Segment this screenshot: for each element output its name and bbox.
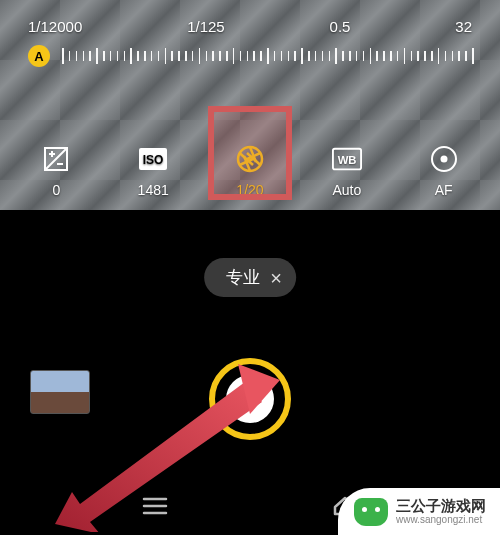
scale-label: 0.5 xyxy=(330,18,351,35)
camera-controls-area: 专业 × xyxy=(0,210,500,535)
white-balance-icon: WB xyxy=(332,144,362,174)
shutter-scale-labels: 1/12000 1/125 0.5 32 xyxy=(0,0,500,35)
param-focus[interactable]: AF xyxy=(407,144,481,198)
param-iso[interactable]: ISO 1481 xyxy=(116,144,190,198)
iso-icon: ISO xyxy=(138,144,168,174)
mode-label: 专业 xyxy=(226,266,260,289)
svg-text:WB: WB xyxy=(337,154,356,166)
param-value: Auto xyxy=(332,182,361,198)
param-value: 0 xyxy=(52,182,60,198)
hamburger-icon xyxy=(142,496,168,516)
svg-line-1 xyxy=(45,148,67,170)
pro-params-bar: 0 ISO 1481 1/20 WB Auto AF xyxy=(0,144,500,198)
close-icon[interactable]: × xyxy=(270,268,282,288)
camera-viewfinder: 1/12000 1/125 0.5 32 A 0 ISO 1481 1/20 xyxy=(0,0,500,210)
svg-text:ISO: ISO xyxy=(143,153,164,167)
param-value: 1481 xyxy=(138,182,169,198)
param-white-balance[interactable]: WB Auto xyxy=(310,144,384,198)
watermark: 三公子游戏网 www.sangongzi.net xyxy=(338,488,500,536)
aperture-icon xyxy=(235,144,265,174)
scale-label: 1/125 xyxy=(187,18,225,35)
watermark-logo-icon xyxy=(354,498,388,526)
shutter-button[interactable] xyxy=(209,358,291,440)
param-value: AF xyxy=(435,182,453,198)
exposure-comp-icon xyxy=(41,144,71,174)
shutter-ruler-row: A xyxy=(0,35,500,67)
param-value: 1/20 xyxy=(236,182,263,198)
auto-badge[interactable]: A xyxy=(28,45,50,67)
svg-point-11 xyxy=(440,156,447,163)
scale-label: 1/12000 xyxy=(28,18,82,35)
param-exposure-comp[interactable]: 0 xyxy=(19,144,93,198)
gallery-thumbnail[interactable] xyxy=(30,370,90,414)
nav-menu-button[interactable] xyxy=(137,491,173,521)
mode-pill[interactable]: 专业 × xyxy=(204,258,296,297)
focus-icon xyxy=(429,144,459,174)
watermark-title: 三公子游戏网 xyxy=(396,498,486,515)
param-shutter[interactable]: 1/20 xyxy=(213,144,287,198)
scale-label: 32 xyxy=(455,18,472,35)
watermark-url: www.sangongzi.net xyxy=(396,514,486,525)
shutter-ruler[interactable] xyxy=(62,45,472,67)
